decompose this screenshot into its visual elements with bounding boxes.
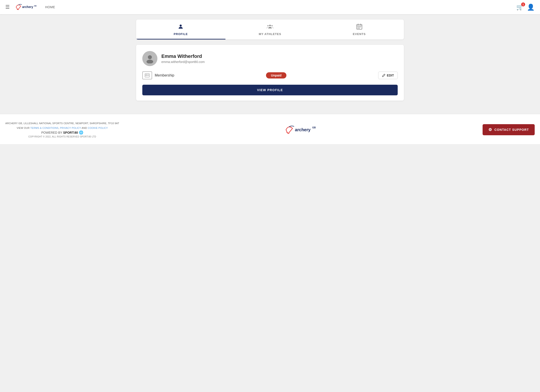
profile-name: Emma Witherford bbox=[161, 53, 205, 59]
membership-icon bbox=[142, 71, 152, 79]
footer-text-block: ARCHERY GB, LILLESHALL NATIONAL SPORTS C… bbox=[5, 121, 119, 138]
main-content: PROFILE MY ATHLETES bbox=[133, 20, 407, 101]
footer: ARCHERY GB, LILLESHALL NATIONAL SPORTS C… bbox=[0, 114, 540, 144]
tab-profile[interactable]: PROFILE bbox=[136, 20, 225, 40]
home-nav[interactable]: HOME bbox=[45, 5, 55, 9]
events-tab-icon bbox=[356, 24, 362, 31]
svg-rect-14 bbox=[359, 28, 360, 28]
svg-text:GB: GB bbox=[312, 126, 316, 129]
footer-view-our: VIEW OUR bbox=[17, 127, 30, 129]
membership-center: Unpaid bbox=[174, 72, 378, 79]
tab-events[interactable]: EVENTS bbox=[315, 20, 404, 40]
tab-my-athletes[interactable]: MY ATHLETES bbox=[225, 20, 315, 40]
svg-point-16 bbox=[146, 60, 153, 63]
profile-tab-icon bbox=[178, 24, 184, 31]
cart-button[interactable]: 🛒 1 bbox=[516, 4, 523, 11]
privacy-link[interactable]: PRIVACY POLICY bbox=[60, 127, 81, 129]
header-left: ☰ archery GB HOME bbox=[5, 2, 55, 12]
profile-email: emma.witherford@sport80.com bbox=[161, 60, 205, 64]
tab-my-athletes-label: MY ATHLETES bbox=[259, 32, 281, 36]
contact-support-button[interactable]: ⚙ CONTACT SUPPORT bbox=[483, 124, 535, 135]
membership-right: EDIT bbox=[378, 72, 398, 79]
footer-address: ARCHERY GB, LILLESHALL NATIONAL SPORTS C… bbox=[5, 121, 119, 126]
svg-rect-13 bbox=[358, 28, 358, 28]
cookie-link[interactable]: COOKIE POLICY bbox=[88, 127, 108, 129]
view-profile-button[interactable]: VIEW PROFILE bbox=[142, 85, 398, 95]
edit-label: EDIT bbox=[387, 74, 394, 77]
avatar bbox=[142, 51, 157, 66]
svg-text:archery: archery bbox=[295, 127, 311, 132]
header-right: 🛒 1 👤 bbox=[516, 4, 535, 11]
contact-support-label: CONTACT SUPPORT bbox=[494, 128, 529, 131]
svg-rect-10 bbox=[358, 27, 358, 27]
edit-icon bbox=[382, 74, 385, 77]
tabs: PROFILE MY ATHLETES bbox=[136, 20, 404, 40]
svg-rect-12 bbox=[360, 27, 361, 27]
header: ☰ archery GB HOME 🛒 1 👤 bbox=[0, 0, 540, 14]
footer-and: AND bbox=[82, 127, 87, 129]
membership-left: Membership bbox=[142, 71, 174, 79]
membership-label: Membership bbox=[155, 73, 174, 77]
sport80-brand: SPORT:80 bbox=[63, 131, 78, 134]
profile-card: Emma Witherford emma.witherford@sport80.… bbox=[136, 45, 404, 101]
svg-point-15 bbox=[148, 55, 152, 59]
footer-copyright: COPYRIGHT © 2022, ALL RIGHTS RESERVED SP… bbox=[5, 136, 119, 138]
svg-rect-11 bbox=[359, 27, 360, 27]
svg-point-4 bbox=[267, 25, 269, 26]
globe-icon: 🌐 bbox=[79, 131, 83, 134]
svg-point-5 bbox=[271, 25, 273, 26]
profile-info: Emma Witherford emma.witherford@sport80.… bbox=[161, 53, 205, 64]
tab-card: PROFILE MY ATHLETES bbox=[136, 20, 404, 40]
svg-point-18 bbox=[146, 75, 147, 76]
powered-by-label: POWERED BY bbox=[41, 131, 62, 134]
tab-profile-label: PROFILE bbox=[174, 32, 188, 36]
footer-powered: POWERED BY SPORT:80 🌐 bbox=[5, 130, 119, 135]
logo[interactable]: archery GB bbox=[14, 2, 41, 12]
svg-point-3 bbox=[269, 25, 271, 26]
status-badge: Unpaid bbox=[266, 72, 286, 79]
cart-badge: 1 bbox=[521, 2, 525, 6]
membership-row: Membership Unpaid EDIT bbox=[142, 71, 398, 80]
tab-events-label: EVENTS bbox=[353, 32, 366, 36]
terms-link[interactable]: TERMS & CONDITIONS bbox=[30, 127, 59, 129]
profile-header: Emma Witherford emma.witherford@sport80.… bbox=[142, 51, 398, 66]
my-athletes-tab-icon bbox=[266, 24, 274, 31]
footer-logo: archery GB bbox=[283, 123, 319, 136]
svg-point-2 bbox=[180, 25, 182, 27]
account-icon[interactable]: 👤 bbox=[527, 4, 535, 11]
svg-text:GB: GB bbox=[34, 5, 37, 7]
footer-powered-block: POWERED BY SPORT:80 🌐 COPYRIGHT © 2022, … bbox=[5, 130, 119, 138]
edit-button[interactable]: EDIT bbox=[378, 72, 398, 79]
hamburger-icon[interactable]: ☰ bbox=[5, 4, 10, 10]
contact-support-icon: ⚙ bbox=[488, 127, 492, 132]
svg-text:archery: archery bbox=[22, 5, 33, 9]
footer-links: VIEW OUR TERMS & CONDITIONS, PRIVACY POL… bbox=[5, 126, 119, 130]
